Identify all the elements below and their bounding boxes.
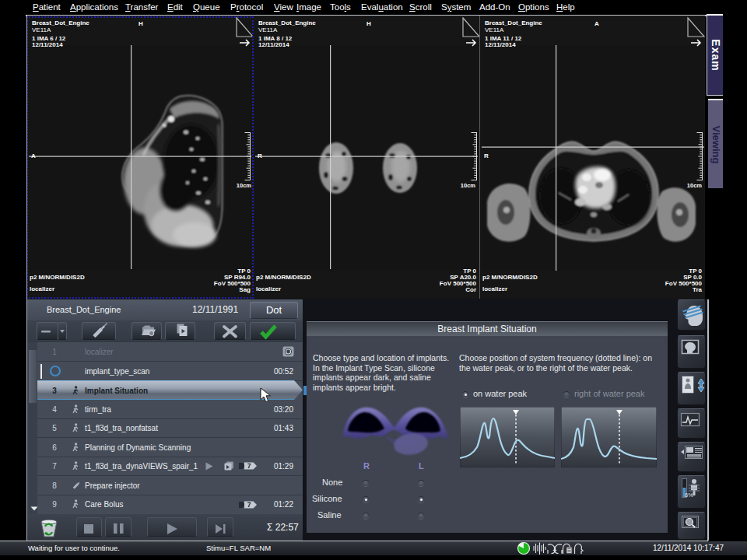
svg-text:6%: 6% [685,492,693,499]
